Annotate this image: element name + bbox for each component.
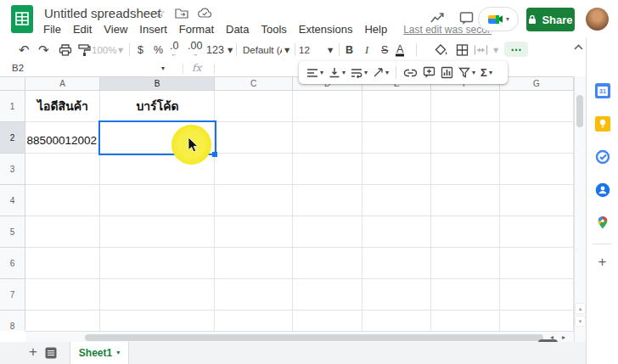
all-sheets-icon[interactable] (45, 347, 57, 359)
menu-edit[interactable]: Edit (67, 22, 98, 36)
functions-button[interactable]: Σ ▾ (479, 66, 494, 79)
row-headers: 1 2 3 4 5 6 7 8 (0, 91, 25, 331)
comment-history-icon[interactable] (459, 11, 474, 25)
last-edit-link[interactable]: Last edit was seconds… (403, 24, 492, 36)
google-sheets-app: Untitled spreadsheet ☆ File Edit View In… (0, 0, 618, 364)
version-history-icon[interactable] (430, 11, 446, 24)
chevron-down-icon[interactable]: ▾ (284, 47, 289, 53)
insert-chart-icon[interactable] (439, 66, 455, 79)
menu-format[interactable]: Format (173, 22, 220, 36)
chevron-down-icon[interactable]: ▾ (161, 65, 165, 72)
menu-extensions[interactable]: Extensions (293, 22, 359, 36)
text-wrap-button[interactable]: ▾ (349, 68, 369, 78)
undo-icon[interactable]: ↶ (19, 42, 30, 58)
calendar-icon[interactable]: 31 (595, 83, 610, 98)
menu-file[interactable]: File (37, 22, 67, 36)
cell-a2[interactable]: 88500012002 (25, 122, 100, 154)
get-add-ons-button[interactable]: + (587, 254, 618, 271)
svg-text:31: 31 (599, 88, 606, 94)
fill-handle[interactable] (212, 152, 217, 157)
divider (593, 244, 612, 244)
text-color-button[interactable]: A (396, 43, 404, 56)
menu-tools[interactable]: Tools (255, 22, 292, 36)
horizontal-align-button[interactable]: ▾ (305, 68, 325, 78)
merge-cells-icon[interactable] (474, 44, 488, 55)
spreadsheet-grid[interactable]: ไอดีสินค้า บาร์โค้ด 88500012002 (25, 91, 574, 331)
paint-format-icon[interactable] (78, 43, 91, 56)
column-header-b[interactable]: B (100, 76, 215, 91)
row-header-2[interactable]: 2 (0, 122, 25, 154)
divider (183, 64, 183, 74)
create-filter-button[interactable]: ▾ (457, 67, 477, 78)
scroll-right-button[interactable]: ▸ (562, 333, 565, 341)
row-header-5[interactable]: 5 (0, 216, 25, 248)
tab-sheet1[interactable]: Sheet1 ▾ (70, 342, 129, 364)
chevron-down-icon[interactable]: ▾ (118, 47, 123, 53)
horizontal-scrollbar-thumb[interactable] (85, 334, 543, 341)
text-rotation-button[interactable]: ▾ (371, 67, 390, 78)
fill-color-icon[interactable] (435, 43, 448, 56)
strikethrough-button[interactable]: S (381, 44, 388, 56)
select-all-corner[interactable] (0, 76, 25, 91)
row-header-6[interactable]: 6 (0, 248, 25, 279)
font-size-select[interactable]: 12 (299, 45, 310, 55)
name-box[interactable]: B2 (12, 63, 24, 73)
font-family-select[interactable]: Default (Ari… (243, 45, 282, 55)
document-title[interactable]: Untitled spreadsheet (44, 6, 161, 20)
print-icon[interactable] (59, 43, 72, 56)
maps-icon[interactable] (596, 216, 610, 230)
currency-format-button[interactable]: $ (138, 44, 143, 56)
chevron-down-icon: ▾ (116, 350, 120, 356)
insert-comment-icon[interactable] (421, 66, 437, 79)
column-header-g[interactable]: G (500, 76, 574, 91)
chevron-down-icon[interactable]: ▾ (493, 47, 498, 53)
tasks-icon[interactable] (595, 149, 610, 165)
insert-link-icon[interactable] (402, 69, 419, 77)
bold-button[interactable]: B (346, 44, 353, 56)
row-header-3[interactable]: 3 (0, 154, 25, 185)
chevron-down-icon[interactable]: ▾ (328, 47, 333, 53)
decrease-decimals-button[interactable]: .0← (170, 42, 178, 58)
menu-view[interactable]: View (98, 22, 133, 36)
add-sheet-button[interactable]: + (25, 344, 41, 361)
menu-help[interactable]: Help (358, 22, 393, 36)
column-header-c[interactable]: C (215, 76, 293, 91)
row-header-4[interactable]: 4 (0, 185, 25, 216)
avatar[interactable] (586, 8, 609, 31)
more-toolbar-button[interactable]: ⋯ (504, 42, 528, 57)
vertical-align-button[interactable]: ▾ (327, 67, 347, 78)
vertical-scrollbar-thumb[interactable] (576, 95, 583, 127)
italic-button[interactable]: I (365, 43, 368, 56)
cloud-saved-icon[interactable] (198, 8, 212, 18)
cell-a1[interactable]: ไอดีสินค้า (25, 91, 100, 122)
borders-icon[interactable] (456, 43, 469, 56)
percent-format-button[interactable]: % (154, 44, 163, 56)
chevron-down-icon: ▾ (364, 70, 368, 76)
divider (396, 66, 396, 79)
share-button[interactable]: Share (526, 8, 575, 31)
meet-button[interactable]: ▾ (478, 7, 519, 31)
row-header-8[interactable]: 8 (0, 311, 25, 331)
chevron-down-icon[interactable]: ▾ (228, 47, 233, 53)
sheets-logo-icon[interactable] (11, 5, 33, 33)
move-folder-icon[interactable] (175, 8, 188, 19)
mouse-cursor-icon (188, 137, 199, 153)
cell-b1[interactable]: บาร์โค้ด (100, 91, 215, 122)
collapse-toolbar-icon[interactable] (573, 43, 584, 51)
number-format-button[interactable]: 123 (206, 44, 224, 56)
contacts-icon[interactable] (595, 182, 610, 198)
redo-icon[interactable]: ↷ (38, 42, 49, 58)
menu-insert[interactable]: Insert (133, 22, 173, 36)
scroll-down-button[interactable]: ▾ (575, 316, 586, 327)
menu-data[interactable]: Data (220, 22, 255, 36)
row-header-7[interactable]: 7 (0, 279, 25, 311)
horizontal-scrollbar[interactable]: ◂ ▸ (25, 331, 574, 342)
divider (214, 64, 215, 74)
zoom-select[interactable]: 100% (92, 45, 116, 55)
increase-decimals-button[interactable]: .00→ (188, 42, 202, 58)
star-icon[interactable]: ☆ (154, 7, 166, 19)
scroll-up-button[interactable]: ▴ (575, 303, 586, 314)
column-header-a[interactable]: A (25, 76, 100, 91)
keep-icon[interactable] (595, 116, 610, 132)
row-header-1[interactable]: 1 (0, 91, 25, 122)
